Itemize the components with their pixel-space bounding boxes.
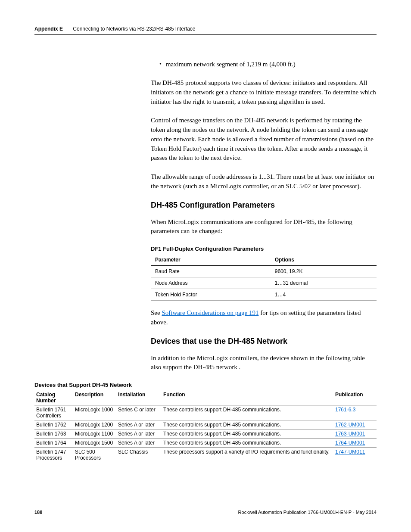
paragraph: The DH-485 protocol supports two classes… bbox=[151, 78, 377, 106]
cell: 9600, 19.2K bbox=[271, 266, 377, 277]
cell: Bulletin 1761 Controllers bbox=[34, 405, 73, 420]
cell: 1747-UM011 bbox=[333, 448, 377, 463]
appendix-label: Appendix E bbox=[34, 26, 63, 32]
bullet-text: maximum network segment of 1,219 m (4,00… bbox=[166, 61, 296, 68]
publication-link[interactable]: 1747-UM011 bbox=[335, 449, 365, 455]
cell: Series A or later bbox=[116, 439, 162, 448]
cell: 1761-6.3 bbox=[333, 405, 377, 420]
table-title: Devices that Support DH-45 Network bbox=[34, 382, 377, 388]
cell: 1…4 bbox=[271, 289, 377, 301]
publication-link[interactable]: 1763-UM001 bbox=[335, 431, 365, 437]
cell: Node Address bbox=[151, 277, 271, 289]
cell: These controllers support DH-485 communi… bbox=[162, 429, 333, 439]
cell: MicroLogix 1500 bbox=[73, 439, 116, 448]
cell: Series A or later bbox=[116, 420, 162, 429]
cell: These controllers support DH-485 communi… bbox=[162, 420, 333, 429]
table-header: Publication bbox=[333, 390, 377, 405]
cell: 1…31 decimal bbox=[271, 277, 377, 289]
cell: Series C or later bbox=[116, 405, 162, 420]
paragraph: The allowable range of node addresses is… bbox=[151, 172, 377, 191]
paragraph: Control of message transfers on the DH-4… bbox=[151, 116, 377, 163]
table-row: Baud Rate 9600, 19.2K bbox=[151, 266, 377, 277]
cell: These processors support a variety of I/… bbox=[162, 448, 333, 463]
page-header: Appendix E Connecting to Networks via RS… bbox=[34, 26, 377, 35]
cell: MicroLogix 1100 bbox=[73, 429, 116, 439]
bullet-icon: • bbox=[151, 61, 162, 68]
cell: Baud Rate bbox=[151, 266, 271, 277]
table-row: Token Hold Factor 1…4 bbox=[151, 289, 377, 301]
bullet-item: • maximum network segment of 1,219 m (4,… bbox=[151, 61, 377, 68]
cell: These controllers support DH-485 communi… bbox=[162, 439, 333, 448]
table-header: Installation bbox=[116, 390, 162, 405]
cell: SLC 500 Processors bbox=[73, 448, 116, 463]
cell: Bulletin 1764 bbox=[34, 439, 73, 448]
paragraph: When MicroLogix communications are confi… bbox=[151, 218, 377, 236]
paragraph: In addition to the MicroLogix controller… bbox=[151, 354, 377, 373]
table-row: Bulletin 1763 MicroLogix 1100 Series A o… bbox=[34, 429, 377, 439]
paragraph: See Software Considerations on page 191 … bbox=[151, 308, 377, 327]
section-heading: DH-485 Configuration Parameters bbox=[151, 201, 377, 210]
cell: Token Hold Factor bbox=[151, 289, 271, 301]
cell: 1763-UM001 bbox=[333, 429, 377, 439]
cell: 1764-UM001 bbox=[333, 439, 377, 448]
cell: Bulletin 1763 bbox=[34, 429, 73, 439]
table-row: Bulletin 1761 Controllers MicroLogix 100… bbox=[34, 405, 377, 420]
cell: Bulletin 1762 bbox=[34, 420, 73, 429]
software-considerations-link[interactable]: Software Considerations on page 191 bbox=[162, 309, 258, 316]
cell: Series A or later bbox=[116, 429, 162, 439]
table-row: Node Address 1…31 decimal bbox=[151, 277, 377, 289]
table-row: Bulletin 1762 MicroLogix 1200 Series A o… bbox=[34, 420, 377, 429]
cell: MicroLogix 1200 bbox=[73, 420, 116, 429]
table-title: DF1 Full-Duplex Configuration Parameters bbox=[151, 246, 377, 252]
cell: SLC Chassis bbox=[116, 448, 162, 463]
table-row: Bulletin 1764 MicroLogix 1500 Series A o… bbox=[34, 439, 377, 448]
text: See bbox=[151, 309, 162, 316]
publication-info: Rockwell Automation Publication 1766-UM0… bbox=[238, 510, 377, 515]
header-title: Connecting to Networks via RS-232/RS-485… bbox=[73, 26, 195, 32]
cell: These controllers support DH-485 communi… bbox=[162, 405, 333, 420]
publication-link[interactable]: 1762-UM001 bbox=[335, 422, 365, 428]
devices-table: Catalog Number Description Installation … bbox=[34, 390, 377, 462]
cell: Bulletin 1747 Processors bbox=[34, 448, 73, 463]
page-footer: 188 Rockwell Automation Publication 1766… bbox=[34, 510, 377, 515]
table-row: Bulletin 1747 Processors SLC 500 Process… bbox=[34, 448, 377, 463]
table-header: Catalog Number bbox=[34, 390, 73, 405]
cell: MicroLogix 1000 bbox=[73, 405, 116, 420]
page-number: 188 bbox=[34, 510, 42, 515]
section-heading: Devices that use the DH-485 Network bbox=[151, 337, 377, 346]
table-header: Description bbox=[73, 390, 116, 405]
publication-link[interactable]: 1761-6.3 bbox=[335, 407, 355, 413]
cell: 1762-UM001 bbox=[333, 420, 377, 429]
table-header: Parameter bbox=[151, 254, 271, 266]
param-table: Parameter Options Baud Rate 9600, 19.2K … bbox=[151, 254, 377, 301]
publication-link[interactable]: 1764-UM001 bbox=[335, 440, 365, 446]
table-header: Options bbox=[271, 254, 377, 266]
table-header: Function bbox=[162, 390, 333, 405]
